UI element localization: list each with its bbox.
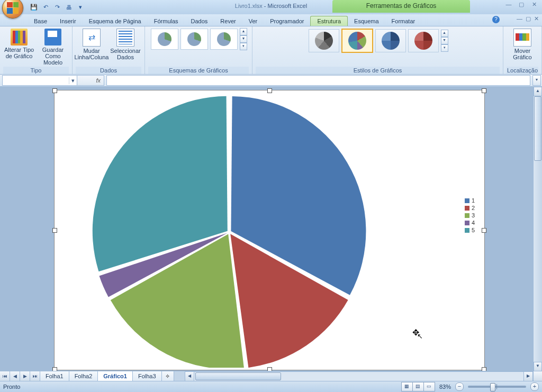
tab-formatar[interactable]: Formatar <box>385 16 422 26</box>
restore-icon[interactable]: ▢ <box>517 1 526 8</box>
zoom-thumb[interactable] <box>490 383 495 391</box>
sheet-tab-folha2[interactable]: Folha2 <box>69 371 98 381</box>
tab-base[interactable]: Base <box>28 16 53 26</box>
pie-plot[interactable] <box>81 94 377 368</box>
hscroll-right-icon[interactable]: ▶ <box>523 371 533 381</box>
zoom-in-icon[interactable]: + <box>530 382 539 391</box>
wb-close-icon[interactable]: ✕ <box>534 15 539 22</box>
style-thumb-4[interactable] <box>408 29 439 52</box>
styles-down-icon[interactable]: ▼ <box>441 37 448 44</box>
layout-thumb-3[interactable] <box>210 29 238 50</box>
legend-swatch-icon <box>465 198 469 203</box>
tab-estrutura[interactable]: Estrutura <box>310 16 348 26</box>
resize-handle-tl[interactable] <box>52 88 57 93</box>
formula-bar: ▾ fx ▾ <box>0 75 542 87</box>
styles-more-icon[interactable]: ▾ <box>441 44 448 52</box>
alterar-tipo-grafico-button[interactable]: Alterar Tipo de Gráfico <box>3 28 35 66</box>
tab-formulas[interactable]: Fórmulas <box>148 16 185 26</box>
sheet-tab-folha1[interactable]: Folha1 <box>40 371 69 381</box>
name-box-dropdown-icon[interactable]: ▾ <box>69 77 77 84</box>
layout-thumb-1[interactable] <box>151 29 178 50</box>
layouts-up-icon[interactable]: ▲ <box>240 28 247 35</box>
resize-handle-tr[interactable] <box>482 88 486 93</box>
style-thumb-2[interactable] <box>341 29 373 53</box>
scroll-down-icon[interactable]: ▼ <box>534 362 542 371</box>
document-filename: Livro1.xlsx <box>235 3 263 9</box>
sheet-nav-next-icon[interactable]: ▶ <box>20 371 30 381</box>
chart-layouts-gallery: ▲ ▼ ▾ <box>150 28 247 51</box>
tab-esquema-pagina[interactable]: Esquema de Página <box>83 16 148 26</box>
style-thumb-1[interactable] <box>309 29 339 52</box>
view-normal-icon[interactable]: ▦ <box>401 382 413 391</box>
mover-grafico-button[interactable]: Mover Gráfico <box>507 28 538 60</box>
layouts-more-icon[interactable]: ▾ <box>240 43 247 50</box>
wb-restore-icon[interactable]: ▢ <box>526 15 531 22</box>
sheet-tab-grafico1[interactable]: Gráfico1 <box>98 371 133 381</box>
styles-spinner: ▲ ▼ ▾ <box>441 30 448 52</box>
layouts-down-icon[interactable]: ▼ <box>240 35 247 43</box>
ribbon-tabs: Base Inserir Esquema de Página Fórmulas … <box>0 14 542 26</box>
guardar-como-modelo-button[interactable]: Guardar Como Modelo <box>37 28 69 66</box>
close-icon[interactable]: ✕ <box>529 1 539 8</box>
zoom-out-icon[interactable]: − <box>455 382 464 391</box>
layout-thumb-2[interactable] <box>180 29 208 50</box>
legend-item-1[interactable]: 1 <box>465 197 475 204</box>
name-box[interactable]: ▾ <box>2 75 77 86</box>
undo-icon[interactable]: ↶ <box>41 3 50 12</box>
tab-esquema[interactable]: Esquema <box>348 16 385 26</box>
resize-handle-tm[interactable] <box>267 88 272 93</box>
sheet-nav-first-icon[interactable]: ⏮ <box>0 371 10 381</box>
formula-input[interactable] <box>106 75 530 86</box>
view-buttons: ▦ ▤ ▭ <box>402 382 435 391</box>
expand-formula-bar-icon[interactable]: ▾ <box>532 75 541 86</box>
view-layout-icon[interactable]: ▤ <box>412 382 424 391</box>
style-thumb-3[interactable] <box>375 29 406 52</box>
group-tipo: Alterar Tipo de Gráfico Guardar Como Mod… <box>0 26 73 74</box>
print-icon[interactable]: 🖶 <box>65 3 73 12</box>
view-pagebreak-icon[interactable]: ▭ <box>423 382 435 391</box>
zoom-slider[interactable] <box>468 386 526 388</box>
scroll-up-icon[interactable]: ▲ <box>534 87 542 96</box>
hscroll-track[interactable] <box>194 371 523 381</box>
contextual-tab-title: Ferramentas de Gráficos <box>332 0 470 13</box>
help-icon[interactable]: ? <box>492 16 500 23</box>
horizontal-scrollbar[interactable]: ◀ ▶ <box>185 371 533 381</box>
group-esquemas-label: Esquemas de Gráficos <box>148 67 249 74</box>
sheet-nav-prev-icon[interactable]: ◀ <box>10 371 20 381</box>
vscroll-thumb[interactable] <box>534 96 541 161</box>
styles-up-icon[interactable]: ▲ <box>441 30 448 37</box>
status-bar: Pronto ▦ ▤ ▭ 83% − + <box>0 381 542 392</box>
seleccionar-dados-button[interactable]: Seleccionar Dados <box>110 28 141 60</box>
redo-icon[interactable]: ↷ <box>53 3 61 12</box>
legend-item-2[interactable]: 2 <box>465 205 475 211</box>
tab-programador[interactable]: Programador <box>264 16 310 26</box>
minimize-icon[interactable]: — <box>504 1 513 8</box>
resize-handle-mr[interactable] <box>482 228 486 233</box>
mudar-linha-coluna-button[interactable]: Mudar Linha/Coluna <box>76 28 107 60</box>
resize-handle-ml[interactable] <box>52 228 57 233</box>
tab-ver[interactable]: Ver <box>242 16 264 26</box>
chart-legend[interactable]: 12345 <box>465 196 475 234</box>
tab-rever[interactable]: Rever <box>214 16 242 26</box>
vertical-scrollbar[interactable]: ▲ ▼ <box>533 87 542 371</box>
zoom-percent[interactable]: 83% <box>439 384 451 390</box>
chart-area[interactable]: 12345 ✥↖ <box>54 90 485 370</box>
legend-item-3[interactable]: 3 <box>465 212 475 218</box>
legend-item-4[interactable]: 4 <box>465 220 475 226</box>
sheet-nav-last-icon[interactable]: ⏭ <box>30 371 40 381</box>
status-ready: Pronto <box>3 384 20 390</box>
wb-minimize-icon[interactable]: — <box>517 15 522 22</box>
hscroll-thumb[interactable] <box>195 372 281 380</box>
tab-dados[interactable]: Dados <box>185 16 214 26</box>
tab-inserir[interactable]: Inserir <box>53 16 83 26</box>
pie-slice-5[interactable] <box>93 96 228 272</box>
new-sheet-icon[interactable]: ✧ <box>162 371 174 381</box>
qat-dropdown-icon[interactable]: ▾ <box>76 3 85 12</box>
sheet-tab-folha3[interactable]: Folha3 <box>133 371 162 381</box>
hscroll-left-icon[interactable]: ◀ <box>185 371 194 381</box>
group-tipo-label: Tipo <box>3 67 69 74</box>
alterar-tipo-label: Alterar Tipo de Gráfico <box>3 47 35 59</box>
fx-icon[interactable]: fx <box>93 77 104 84</box>
save-icon[interactable]: 💾 <box>30 3 38 12</box>
legend-item-5[interactable]: 5 <box>465 227 475 233</box>
